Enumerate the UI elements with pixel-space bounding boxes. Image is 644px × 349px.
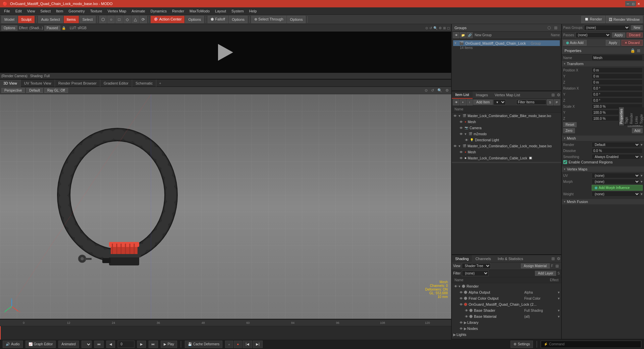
tab-uv-texture-view[interactable]: UV Texture View [21, 80, 55, 87]
select-options-button[interactable]: Options [287, 16, 306, 23]
falloff-options-button[interactable]: Options [229, 16, 248, 23]
shader-row-render[interactable]: 👁 ▾ Render [452, 283, 561, 289]
timeline-track[interactable] [0, 326, 451, 340]
menu-edit[interactable]: Edit [13, 8, 24, 14]
il-vis-eye-2[interactable]: 👁 [459, 125, 464, 131]
shading-expand-btn[interactable]: ⊞ [550, 256, 556, 261]
close-button[interactable]: ✕ [636, 1, 641, 6]
sh-dropdown-5[interactable]: ▾ [558, 314, 560, 319]
tab-links-right[interactable]: Links [634, 107, 639, 126]
command-input-field[interactable]: ⚡ [541, 341, 641, 348]
smoothing-dropdown[interactable]: Always Enabled [592, 154, 640, 159]
add-viewport-tab-button[interactable]: + [156, 81, 164, 86]
toolbar-icon-4[interactable]: ◇ [123, 16, 131, 23]
menu-system[interactable]: System [229, 8, 247, 14]
render-icon-4[interactable]: ⚙ [439, 26, 442, 30]
sh-vis-6[interactable]: 👁 [459, 320, 464, 325]
enable-command-regions-checkbox[interactable] [563, 160, 567, 164]
group-item-0[interactable]: ▾ 🎬 OnGuard_Mastiff_Quad_Chain_Lock : Gr… [453, 40, 560, 46]
viewport-canvas[interactable]: Mesh Channels: 0 Deformers: ON GL: 553,6… [0, 94, 451, 319]
toolbar-icon-6[interactable]: ⟳ [140, 16, 147, 23]
reset-button[interactable]: Reset [563, 122, 577, 127]
menu-layout[interactable]: Layout [212, 8, 229, 14]
audio-button[interactable]: 🔊 Audio [3, 341, 23, 348]
next-frame-button[interactable]: ▶ [137, 341, 146, 348]
il-row-5[interactable]: 👁 ▾ 🎬 Master_Lock_Combination_Cable_Lock… [452, 143, 561, 149]
menu-animate[interactable]: Animate [129, 8, 148, 14]
shader-row-onguard[interactable]: 👁 OnGuard_Mastiff_Quad_Chain_Lock (2... [452, 301, 561, 307]
tab-toggle-right[interactable]: Toggle [639, 107, 644, 126]
il-vis-eye-7[interactable]: 👁 [459, 155, 464, 161]
itemlist-expand-btn[interactable]: ⊞ [550, 92, 556, 98]
menu-dynamics[interactable]: Dynamics [148, 8, 169, 14]
properties-expand-btn[interactable]: ⊞ [636, 48, 641, 53]
vp-icon-3[interactable]: 🔍 [437, 88, 442, 93]
shader-row-alpha-output[interactable]: 👁 Alpha Output Alpha ▾ [452, 289, 561, 295]
animated-button[interactable]: Animated [58, 341, 78, 348]
passes-dropdown[interactable]: (none) [576, 32, 611, 38]
tab-tags-right[interactable]: Tags [624, 107, 629, 126]
il-vis-eye-5[interactable]: 👁 [452, 143, 458, 149]
transform-section-header[interactable]: ▾ Transform [562, 61, 644, 66]
il-vis-eye-4[interactable]: 👁 [464, 137, 469, 143]
filter-items-input[interactable] [516, 100, 546, 105]
render-icon-1[interactable]: ⊙ [425, 26, 428, 30]
sh-dropdown-1[interactable]: ▾ [558, 290, 560, 295]
frame-number-input[interactable] [121, 342, 134, 346]
shading-content[interactable]: 👁 ▾ Render 👁 Alpha Output Alpha ▾ 👁 [452, 283, 561, 339]
menu-file[interactable]: File [1, 8, 13, 14]
il-vis-2[interactable]: + [460, 99, 466, 105]
sh-vis-0[interactable]: 👁 [453, 284, 459, 289]
menu-render[interactable]: Render [169, 8, 187, 14]
groups-expand-button[interactable]: ⬡ [546, 25, 552, 31]
filter-dropdown[interactable]: (none) [462, 270, 489, 276]
render-arrow[interactable]: ▾ [641, 143, 643, 147]
falloff-button[interactable]: ⬟ Falloff [208, 16, 228, 23]
maximize-button[interactable]: □ [631, 1, 636, 6]
il-row-7[interactable]: 👁 ■ Master_Lock_Combination_Cable_Lock 🔲 [452, 155, 561, 161]
name-input[interactable] [592, 55, 643, 61]
sh-vis-5[interactable]: 👁 [464, 314, 469, 319]
shader-row-nodes[interactable]: 👁 ▶ Nodes [452, 326, 561, 332]
action-center-button[interactable]: 🎯 Action Center [151, 16, 184, 23]
vp-icon-2[interactable]: ↺ [431, 88, 434, 93]
il-vis-3[interactable]: ↑ [467, 99, 473, 105]
tab-vertex-map-list[interactable]: Vertex Map List [491, 91, 524, 99]
model-button[interactable]: Model [1, 16, 17, 23]
animated-dropdown[interactable]: ▾ [82, 341, 92, 348]
shader-row-library[interactable]: 👁 ▶ Library [452, 319, 561, 326]
toolbar-icon-2[interactable]: ○ [107, 16, 115, 23]
perspective-button[interactable]: Perspective [1, 88, 25, 93]
sh-vis-7[interactable]: 👁 [459, 326, 464, 331]
groups-icon-2[interactable]: 📁 [460, 32, 466, 38]
menu-select[interactable]: Select [38, 8, 53, 14]
rotation-y-value[interactable]: 0.0 ° [592, 92, 643, 97]
il-vis-eye-6[interactable]: 👁 [459, 149, 464, 155]
sh-vis-3[interactable]: 👁 [459, 302, 464, 307]
render-window-button[interactable]: 🖼 Render Window [606, 16, 643, 23]
render-dropdown[interactable]: Default [592, 142, 640, 147]
assign-material-button[interactable]: Assign Material [521, 263, 550, 268]
tab-schematic[interactable]: Schematic [132, 80, 156, 87]
play-button[interactable]: ▶ Play [161, 341, 177, 348]
tab-info-statistics[interactable]: Info & Statistics [494, 255, 527, 262]
il-row-0[interactable]: 👁 ▾ 🎬 Master_Lock_Combination_Cable_Bike… [452, 113, 561, 119]
add-button[interactable]: Add [632, 128, 643, 133]
sculpt-button[interactable]: Sculpt [18, 16, 35, 23]
sh-vis-4[interactable]: 👁 [464, 308, 469, 313]
il-vis-eye-1[interactable]: 👁 [459, 119, 464, 124]
render-icon-3[interactable]: 🔍 [433, 26, 437, 30]
menu-maxtomodo[interactable]: MaxToModo [187, 8, 212, 14]
tab-images[interactable]: Images [473, 91, 491, 99]
mesh-fusion-header[interactable]: ▾ Mesh Fusion [562, 199, 644, 204]
action-options-button[interactable]: Options [185, 16, 204, 23]
cache-deformers-button[interactable]: 💾 Cache Deformers [185, 341, 222, 348]
new-pass-button[interactable]: New [631, 25, 643, 30]
render-options-button[interactable]: Options [1, 26, 17, 31]
render-icon-6[interactable]: ◻ [447, 26, 450, 30]
smoothing-arrow[interactable]: ▾ [641, 155, 643, 159]
properties-lock-btn[interactable]: 🔒 [630, 48, 635, 53]
il-vis-eye-3[interactable]: 👁 [459, 131, 464, 137]
item-list-content[interactable]: 👁 ▾ 🎬 Master_Lock_Combination_Cable_Bike… [452, 113, 561, 254]
shader-row-environments[interactable]: ▶ Environments [452, 338, 561, 339]
